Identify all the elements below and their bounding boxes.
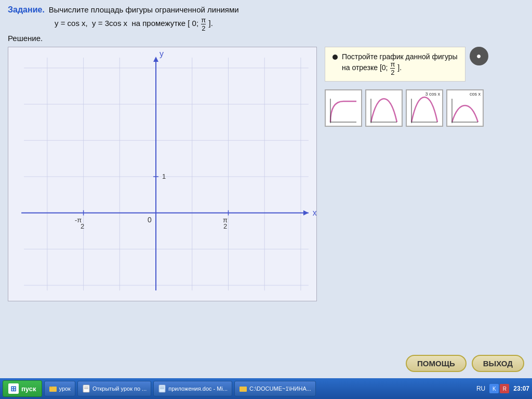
graph-container: x y 0 π 2 -π 2 1 (8, 47, 317, 301)
task-label: Задание. (8, 5, 45, 15)
svg-text:0: 0 (148, 216, 152, 224)
task-line1: Вычислите площадь фигуры ограниченной ли… (49, 5, 239, 14)
graph-choices: 3 cos x cos x (325, 89, 524, 127)
frac-pi2: π2 (201, 17, 206, 32)
instruction-row: Постройте график данной фигуры на отрезк… (325, 47, 524, 82)
taskbar: пуск урок Открытый урок по ... приложени… (0, 378, 532, 399)
start-icon (8, 383, 19, 394)
svg-text:2: 2 (223, 222, 227, 230)
instruction-text: Постройте график данной фигуры на отрезк… (342, 52, 458, 76)
instr-frac: π2 (390, 61, 395, 76)
graph-choice-3-label: 3 cos x (425, 91, 440, 97)
main-area: Задание. Вычислите площадь фигуры ограни… (0, 0, 532, 378)
eye-button[interactable] (470, 47, 488, 65)
taskbar-lang: RU (476, 385, 485, 392)
taskbar-item-urok[interactable]: урок (44, 381, 75, 396)
solution-label: Решение. (8, 34, 524, 43)
doc-icon (158, 384, 166, 393)
notify-icon-1: K (489, 384, 499, 393)
taskbar-item-path[interactable]: C:\DOCUME~1\НИНА... (234, 381, 316, 396)
lesson-icon (82, 384, 90, 393)
task-line2-text: y = cos x, y = 3cos x на промежутке [ 0;… (55, 17, 213, 32)
graph-choice-4-label: cos x (470, 91, 481, 97)
path-icon (239, 384, 247, 393)
taskbar-time: 23:07 (513, 385, 529, 392)
right-panel: Постройте график данной фигуры на отрезк… (325, 47, 524, 301)
start-button[interactable]: пуск (3, 380, 42, 397)
taskbar-lesson-label: Открытый урок по ... (92, 385, 147, 392)
graph-choice-1[interactable] (325, 89, 362, 127)
help-button[interactable]: ПОМОЩЬ (406, 355, 467, 372)
svg-text:2: 2 (81, 222, 84, 230)
graph-choice-4[interactable]: cos x (446, 89, 484, 127)
start-label: пуск (21, 385, 36, 393)
taskbar-right: RU K R 23:07 (476, 384, 529, 393)
taskbar-path-label: C:\DOCUME~1\НИНА... (249, 385, 311, 392)
bottom-buttons: ПОМОЩЬ ВЫХОД (406, 355, 524, 372)
notify-icon-2: R (500, 384, 509, 393)
taskbar-doc-label: приложения.doc - Mi... (168, 385, 228, 392)
svg-marker-18 (153, 57, 158, 62)
folder-icon (49, 384, 57, 393)
instruction-box: Постройте график данной фигуры на отрезк… (325, 47, 466, 82)
svg-rect-45 (240, 387, 247, 392)
graph-choice-2[interactable] (365, 89, 403, 127)
content-row: x y 0 π 2 -π 2 1 Постройте график данной… (8, 47, 524, 301)
exit-button[interactable]: ВЫХОД (472, 355, 524, 372)
svg-text:x: x (313, 208, 316, 217)
taskbar-item-doc[interactable]: приложения.doc - Mi... (153, 381, 232, 396)
bullet-dot (332, 55, 338, 60)
svg-marker-16 (303, 210, 309, 216)
svg-text:1: 1 (162, 172, 166, 180)
task-line2: y = cos x, y = 3cos x на промежутке [ 0;… (55, 17, 524, 32)
svg-text:y: y (159, 49, 164, 58)
graph-choice-3[interactable]: 3 cos x (406, 89, 443, 127)
task-header: Задание. Вычислите площадь фигуры ограни… (8, 5, 524, 15)
taskbar-notify: K R (489, 384, 509, 393)
graph-svg: x y 0 π 2 -π 2 1 (8, 47, 316, 301)
taskbar-item-urok-label: урок (59, 385, 71, 392)
taskbar-item-lesson[interactable]: Открытый урок по ... (77, 381, 151, 396)
